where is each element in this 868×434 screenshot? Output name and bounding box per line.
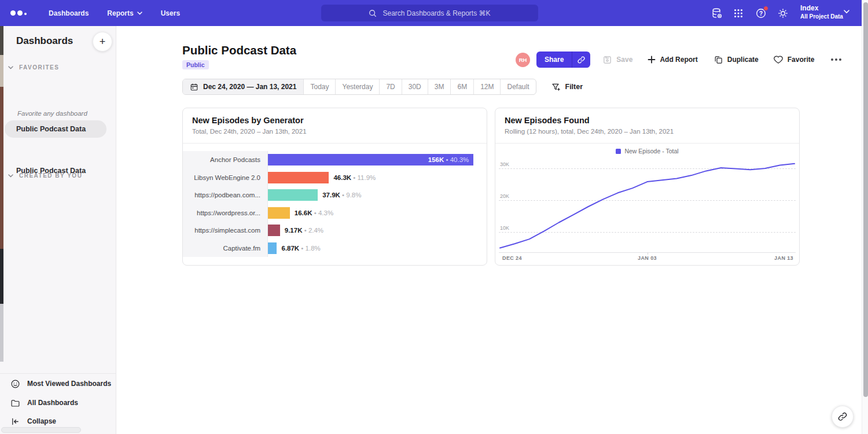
preset-7d[interactable]: 7D xyxy=(379,79,401,94)
search-input[interactable]: Search Dashboards & Reports ⌘K xyxy=(321,5,538,21)
search-placeholder: Search Dashboards & Reports ⌘K xyxy=(382,9,490,17)
date-controls: Dec 24, 2020 — Jan 13, 2021 TodayYesterd… xyxy=(182,79,583,95)
sidebar-item-label: Public Podcast Data xyxy=(16,125,86,133)
floating-share-link-button[interactable] xyxy=(832,406,854,428)
date-range-button[interactable]: Dec 24, 2020 — Jan 13, 2021 xyxy=(183,79,303,94)
bar[interactable] xyxy=(268,207,290,219)
workspace-subtitle: All Project Data xyxy=(800,13,843,20)
nav-users-label: Users xyxy=(161,9,180,17)
save-button[interactable]: Save xyxy=(602,55,632,65)
bar-row: Libsyn WebEngine 2.046.3K • 11.9% xyxy=(183,169,487,187)
line-series xyxy=(498,144,797,253)
top-nav: Dashboards Reports Users Search Dashboar… xyxy=(0,0,862,26)
folder-icon xyxy=(10,398,20,408)
background-window-sliver xyxy=(0,26,3,55)
preset-yesterday[interactable]: Yesterday xyxy=(335,79,379,94)
search-icon xyxy=(369,9,377,17)
duplicate-icon xyxy=(713,55,723,65)
preset-default[interactable]: Default xyxy=(500,79,535,94)
link-icon xyxy=(577,56,586,64)
share-button[interactable]: Share xyxy=(536,52,572,68)
bar-row: Captivate.fm6.87K • 1.8% xyxy=(183,240,487,258)
background-window-sliver xyxy=(0,55,3,87)
share-split-button[interactable]: Share xyxy=(536,52,590,68)
workspace-name: Index xyxy=(800,4,843,12)
sidebar: Dashboards + FAVORITES Favorite any dash… xyxy=(0,26,116,434)
bar-category-label: https://simplecast.com xyxy=(183,222,268,240)
filter-button[interactable]: Filter xyxy=(551,82,583,92)
vertical-scrollbar-thumb[interactable] xyxy=(863,2,868,397)
bar-category-label: https://podbean.com... xyxy=(183,186,268,204)
favorite-label: Favorite xyxy=(788,56,815,64)
add-dashboard-button[interactable]: + xyxy=(93,32,112,52)
duplicate-button[interactable]: Duplicate xyxy=(713,55,759,65)
help-icon[interactable]: ? xyxy=(755,8,767,19)
favorite-button[interactable]: Favorite xyxy=(773,54,815,65)
line-chart: New Episode - Total 30K 20K 10K DEC 24 J… xyxy=(495,144,799,265)
chart-title: New Episodes Found xyxy=(505,116,790,125)
background-window-sliver xyxy=(0,87,3,249)
preset-today[interactable]: Today xyxy=(303,79,335,94)
nav-dashboards-label: Dashboards xyxy=(49,9,89,17)
bar-category-label: https://wordpress.or... xyxy=(183,204,268,222)
preset-30d[interactable]: 30D xyxy=(402,79,428,94)
collapse-label: Collapse xyxy=(27,417,56,425)
most-viewed-dashboards-button[interactable]: Most Viewed Dashboards xyxy=(0,375,116,392)
date-range-label: Dec 24, 2020 — Jan 13, 2021 xyxy=(203,83,296,91)
page-title: Public Podcast Data xyxy=(182,43,296,57)
bar-row: https://wordpress.or...16.6K • 4.3% xyxy=(183,204,487,222)
x-tick-jan13: JAN 13 xyxy=(774,255,793,261)
header-actions: RH Share Save Add Report Duplicate Favor… xyxy=(516,52,841,68)
most-viewed-label: Most Viewed Dashboards xyxy=(27,380,111,388)
background-window-sliver xyxy=(0,249,3,304)
all-dashboards-button[interactable]: All Dashboards xyxy=(0,394,116,411)
workspace-switcher[interactable]: Index All Project Data xyxy=(800,4,843,20)
nav-reports[interactable]: Reports xyxy=(107,9,142,17)
bar-value-label: 46.3K • 11.9% xyxy=(333,174,376,181)
vertical-scrollbar[interactable] xyxy=(862,0,868,434)
all-dashboards-label: All Dashboards xyxy=(27,399,78,407)
card-new-episodes-by-generator: New Episodes by Generator Total, Dec 24t… xyxy=(182,108,487,266)
data-sources-icon[interactable] xyxy=(711,8,723,19)
nav-dashboards[interactable]: Dashboards xyxy=(49,9,89,17)
svg-text:?: ? xyxy=(759,10,763,17)
avatar[interactable]: RH xyxy=(516,53,530,67)
section-favorites-label: FAVORITES xyxy=(19,64,59,71)
share-link-button[interactable] xyxy=(572,52,590,68)
public-badge: Public xyxy=(182,60,209,69)
notification-badge xyxy=(763,6,768,11)
apps-grid-icon[interactable] xyxy=(733,8,744,19)
bar-row: https://podbean.com...37.9K • 9.8% xyxy=(183,186,487,204)
horizontal-scrollbar-thumb[interactable] xyxy=(1,427,81,433)
collapse-icon xyxy=(10,417,20,426)
more-options-button[interactable] xyxy=(829,58,841,61)
chart-subtitle: Total, Dec 24th, 2020 – Jan 13th, 2021 xyxy=(192,128,477,135)
workspace-chevron-icon[interactable] xyxy=(844,10,849,14)
bar[interactable] xyxy=(268,172,329,183)
bar-value-label: 16.6K • 4.3% xyxy=(295,209,333,216)
bar[interactable] xyxy=(268,242,277,254)
bar-value-label: 6.87K • 1.8% xyxy=(281,245,320,252)
save-label: Save xyxy=(616,56,632,64)
heart-icon xyxy=(773,54,784,65)
chevron-down-icon xyxy=(8,66,13,69)
add-report-button[interactable]: Add Report xyxy=(648,56,697,64)
mode-logo-icon[interactable] xyxy=(10,10,30,16)
bar[interactable]: 156K • 40.3% xyxy=(268,154,473,165)
sidebar-title: Dashboards xyxy=(16,35,73,47)
sidebar-item-public-podcast-data-recent[interactable]: Public Podcast Data xyxy=(5,120,106,138)
preset-3m[interactable]: 3M xyxy=(428,79,451,94)
section-favorites[interactable]: FAVORITES xyxy=(0,64,116,71)
preset-12m[interactable]: 12M xyxy=(473,79,500,94)
preset-6m[interactable]: 6M xyxy=(450,79,473,94)
bar-chart: Anchor Podcasts156K • 40.3%Libsyn WebEng… xyxy=(183,144,487,265)
bar-row: Anchor Podcasts156K • 40.3% xyxy=(183,151,487,169)
smiley-icon xyxy=(10,379,20,389)
chart-title: New Episodes by Generator xyxy=(192,116,477,125)
bar[interactable] xyxy=(268,189,318,201)
bar[interactable] xyxy=(268,225,280,236)
bar-category-label: Libsyn WebEngine 2.0 xyxy=(183,169,268,187)
settings-gear-icon[interactable] xyxy=(777,8,789,19)
sidebar-item-public-podcast-data-created[interactable]: Public Podcast Data xyxy=(5,162,106,179)
nav-users[interactable]: Users xyxy=(161,9,180,17)
